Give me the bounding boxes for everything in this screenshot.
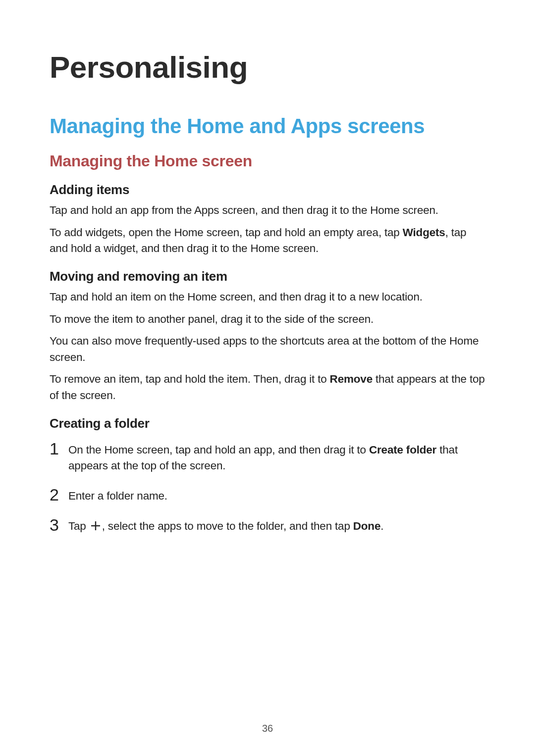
text-fragment: On the Home screen, tap and hold an app,… bbox=[68, 444, 369, 456]
step-item: 3 Tap , select the apps to move to the f… bbox=[50, 518, 485, 535]
step-text: Tap , select the apps to move to the fol… bbox=[68, 518, 383, 535]
step-number: 2 bbox=[50, 486, 68, 503]
paragraph: To move the item to another panel, drag … bbox=[50, 311, 485, 328]
bold-create-folder: Create folder bbox=[369, 444, 436, 456]
text-fragment: Tap bbox=[68, 520, 89, 532]
topic-adding-items: Adding items bbox=[50, 182, 485, 198]
paragraph: Tap and hold an item on the Home screen,… bbox=[50, 289, 485, 305]
step-text: Enter a folder name. bbox=[68, 488, 167, 504]
paragraph: To remove an item, tap and hold the item… bbox=[50, 371, 485, 403]
page-number: 36 bbox=[0, 723, 535, 734]
chapter-title: Personalising bbox=[50, 50, 485, 85]
text-fragment: , select the apps to move to the folder,… bbox=[102, 520, 353, 532]
text-fragment: To remove an item, tap and hold the item… bbox=[50, 373, 330, 385]
paragraph: You can also move frequently-used apps t… bbox=[50, 333, 485, 365]
step-text: On the Home screen, tap and hold an app,… bbox=[68, 442, 485, 474]
topic-moving-removing: Moving and removing an item bbox=[50, 269, 485, 284]
bold-remove: Remove bbox=[330, 373, 373, 385]
step-number: 3 bbox=[50, 516, 68, 533]
text-fragment: To add widgets, open the Home screen, ta… bbox=[50, 226, 403, 239]
step-item: 1 On the Home screen, tap and hold an ap… bbox=[50, 442, 485, 474]
text-fragment: . bbox=[380, 520, 383, 532]
page: Personalising Managing the Home and Apps… bbox=[0, 0, 535, 756]
topic-creating-folder: Creating a folder bbox=[50, 416, 485, 431]
section-heading: Managing the Home and Apps screens bbox=[50, 114, 485, 138]
step-list: 1 On the Home screen, tap and hold an ap… bbox=[50, 442, 485, 535]
paragraph: To add widgets, open the Home screen, ta… bbox=[50, 225, 485, 257]
paragraph: Tap and hold an app from the Apps screen… bbox=[50, 202, 485, 219]
bold-done: Done bbox=[353, 520, 380, 532]
plus-icon bbox=[90, 520, 101, 531]
step-number: 1 bbox=[50, 440, 68, 457]
bold-widgets: Widgets bbox=[403, 226, 445, 239]
step-item: 2 Enter a folder name. bbox=[50, 488, 485, 504]
subsection-heading: Managing the Home screen bbox=[50, 152, 485, 170]
